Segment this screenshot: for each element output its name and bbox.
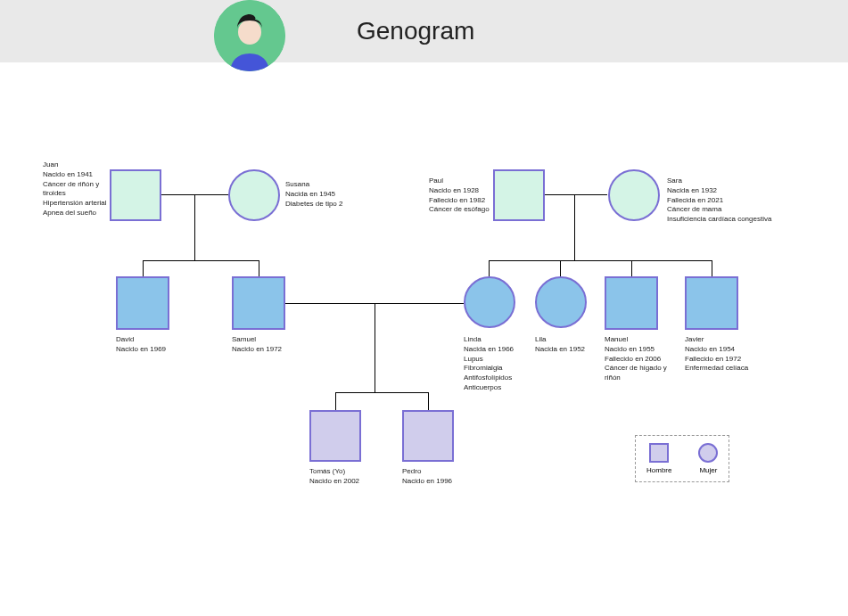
node-david (116, 276, 169, 330)
node-susana (228, 169, 280, 221)
label-susana: Susana Nacida en 1945 Diabetes de tipo 2 (285, 180, 343, 209)
label-pedro: Pedro Nacido en 1996 (402, 467, 452, 487)
label-sara: Sara Nacida en 1932 Fallecida en 2021 Cá… (667, 177, 771, 225)
node-linda (464, 276, 515, 328)
label-juan: Juan Nacido en 1941 Cáncer de riñón y ti… (43, 160, 107, 218)
node-javier (685, 276, 738, 330)
label-lila: Lila Nacida en 1952 (535, 335, 585, 355)
legend-male: Hombre (646, 443, 671, 474)
legend-male-label: Hombre (646, 466, 671, 474)
header: Genogram (0, 0, 848, 62)
svg-point-1 (238, 20, 261, 45)
node-lila (535, 276, 587, 328)
legend-square-icon (649, 443, 669, 463)
legend-female-label: Mujer (699, 466, 717, 474)
node-manuel (605, 276, 658, 330)
avatar (214, 0, 285, 71)
label-javier: Javier Nacido en 1954 Fallecido en 1972 … (685, 335, 748, 374)
legend: Hombre Mujer (635, 435, 729, 482)
node-samuel (232, 276, 285, 330)
label-david: David Nacido en 1969 (116, 335, 166, 355)
label-paul: Paul Nacido en 1928 Fallecido en 1982 Cá… (429, 177, 490, 215)
label-linda: Linda Nacida en 1966 Lupus Fibromialgia … (464, 335, 514, 393)
label-manuel: Manuel Nacido en 1955 Fallecido en 2006 … (605, 335, 667, 383)
node-pedro (402, 410, 454, 462)
node-paul (493, 169, 545, 221)
genogram-canvas: Juan Nacido en 1941 Cáncer de riñón y ti… (0, 62, 848, 615)
legend-female: Mujer (698, 443, 718, 474)
legend-circle-icon (698, 443, 718, 463)
node-tomas (309, 410, 361, 462)
label-tomas: Tomás (Yo) Nacido en 2002 (309, 467, 359, 487)
page-title: Genogram (357, 17, 474, 45)
label-samuel: Samuel Nacido en 1972 (232, 335, 282, 355)
node-juan (110, 169, 161, 221)
node-sara (608, 169, 660, 221)
